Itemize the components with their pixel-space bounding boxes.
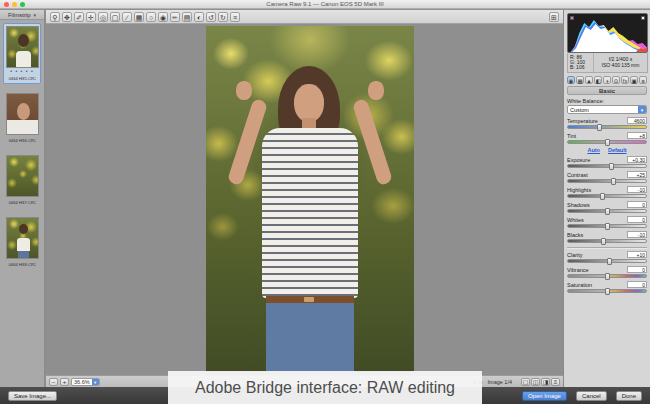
slider-thumb[interactable] bbox=[605, 223, 610, 230]
targeted-adjustment-tool-icon[interactable]: ◎ bbox=[98, 12, 108, 22]
slider-thumb[interactable] bbox=[605, 139, 610, 146]
filmstrip-thumbnail[interactable]: 0464 H38.CR2 bbox=[3, 214, 41, 270]
slider-value-field[interactable]: +0.30 bbox=[627, 156, 647, 163]
adjustment-brush-tool-icon[interactable]: ✏ bbox=[170, 12, 180, 22]
white-balance-tool-icon[interactable]: ✐ bbox=[74, 12, 84, 22]
preview-toggle-icon-4[interactable]: ≡ bbox=[551, 378, 560, 386]
slider-thumb[interactable] bbox=[605, 273, 610, 280]
filmstrip-thumbnail[interactable]: 0464 H37.CR2 bbox=[3, 152, 41, 208]
preview-toggles: ▢◫◨≡ bbox=[521, 378, 560, 386]
crop-tool-icon[interactable]: ▢ bbox=[110, 12, 120, 22]
zoom-in-button[interactable]: + bbox=[60, 378, 69, 386]
graduated-filter-tool-icon[interactable]: ▤ bbox=[182, 12, 192, 22]
fullscreen-toggle-icon[interactable]: ⊞ bbox=[549, 12, 559, 22]
rgb-b-value: B: 106 bbox=[570, 65, 591, 70]
slider-blacks: Blacks-10 bbox=[567, 231, 647, 243]
slider-track[interactable] bbox=[567, 239, 647, 243]
zoom-level-value: 36.6% bbox=[72, 379, 92, 385]
filmstrip-header[interactable]: Filmstrip ▾ bbox=[0, 10, 44, 20]
preview-toggle-icon-1[interactable]: ▢ bbox=[521, 378, 530, 386]
slider-value-field[interactable]: 4600 bbox=[627, 117, 647, 124]
slider-thumb[interactable] bbox=[605, 288, 610, 295]
filmstrip-thumbnail[interactable]: • • • • •0464 H35.CR2 bbox=[3, 23, 41, 84]
slider-track[interactable] bbox=[567, 164, 647, 168]
slider-track[interactable] bbox=[567, 125, 647, 129]
tab-split-toning[interactable]: ◑ bbox=[603, 76, 611, 84]
white-balance-value: Custom bbox=[568, 107, 638, 113]
color-sampler-tool-icon[interactable]: ✛ bbox=[86, 12, 96, 22]
filmstrip-thumbnail[interactable]: 0464 H36.CR2 bbox=[3, 90, 41, 146]
slider-value-field[interactable]: +10 bbox=[627, 251, 647, 258]
action-buttons: Open Image Cancel Done bbox=[522, 391, 642, 401]
tone-sliders: Exposure+0.30Contrast+25Highlights-10Sha… bbox=[567, 156, 647, 243]
preview-toggle-icon-3[interactable]: ◨ bbox=[541, 378, 550, 386]
slider-thumb[interactable] bbox=[607, 258, 612, 265]
presence-sliders: Clarity+10Vibrance0Saturation0 bbox=[567, 251, 647, 293]
straighten-tool-icon[interactable]: ∕ bbox=[122, 12, 132, 22]
done-button[interactable]: Done bbox=[616, 391, 642, 401]
shadow-clipping-indicator-icon[interactable] bbox=[570, 16, 574, 20]
rotate-left-tool-icon[interactable]: ↺ bbox=[206, 12, 216, 22]
thumbnail-rating[interactable]: • • • • • bbox=[6, 69, 38, 73]
filmstrip-menu-icon[interactable]: ▾ bbox=[34, 12, 37, 18]
slider-thumb[interactable] bbox=[611, 178, 616, 185]
photo-face bbox=[294, 84, 324, 122]
slider-track[interactable] bbox=[567, 259, 647, 263]
tab-detail[interactable]: ▲ bbox=[585, 76, 593, 84]
histogram-graph bbox=[568, 14, 648, 53]
slider-track[interactable] bbox=[567, 274, 647, 278]
zoom-out-button[interactable]: – bbox=[49, 378, 58, 386]
slider-value-field[interactable]: +8 bbox=[627, 132, 647, 139]
transform-tool-icon[interactable]: ▦ bbox=[134, 12, 144, 22]
slider-value-field[interactable]: +25 bbox=[627, 171, 647, 178]
auto-link[interactable]: Auto bbox=[587, 147, 600, 153]
slider-thumb[interactable] bbox=[601, 238, 606, 245]
default-link[interactable]: Default bbox=[608, 147, 627, 153]
slider-value-field[interactable]: 0 bbox=[627, 281, 647, 288]
preview-toggle-icon-2[interactable]: ◫ bbox=[531, 378, 540, 386]
slider-value-field[interactable]: 0 bbox=[627, 216, 647, 223]
slider-value-field[interactable]: 0 bbox=[627, 266, 647, 273]
slider-track[interactable] bbox=[567, 179, 647, 183]
highlight-clipping-indicator-icon[interactable] bbox=[641, 16, 645, 20]
hand-tool-icon[interactable]: ✥ bbox=[62, 12, 72, 22]
rotate-right-tool-icon[interactable]: ↻ bbox=[218, 12, 228, 22]
red-eye-tool-icon[interactable]: ◉ bbox=[158, 12, 168, 22]
slider-value-field[interactable]: -10 bbox=[627, 186, 647, 193]
slider-track[interactable] bbox=[567, 194, 647, 198]
radial-filter-tool-icon[interactable]: ◐ bbox=[194, 12, 204, 22]
slider-contrast: Contrast+25 bbox=[567, 171, 647, 183]
adjustments-panel: R: 86 G: 100 B: 106 f/2 1/400 s ISO 400 … bbox=[563, 10, 650, 387]
cancel-button[interactable]: Cancel bbox=[576, 391, 607, 401]
thumbnail-image bbox=[6, 26, 39, 68]
open-image-button[interactable]: Open Image bbox=[522, 391, 567, 401]
slider-thumb[interactable] bbox=[597, 124, 602, 131]
spot-removal-tool-icon[interactable]: ○ bbox=[146, 12, 156, 22]
slider-track[interactable] bbox=[567, 289, 647, 293]
tab-hsl-grayscale[interactable]: ◧ bbox=[594, 76, 602, 84]
toolbar-tools: ⚲✥✐✛◎▢∕▦○◉✏▤◐↺↻≡ bbox=[50, 12, 240, 22]
save-image-button[interactable]: Save Image... bbox=[8, 391, 57, 401]
slider-thumb[interactable] bbox=[600, 193, 605, 200]
slider-track[interactable] bbox=[567, 224, 647, 228]
photo-striped-shirt bbox=[262, 128, 358, 298]
photo-preview[interactable] bbox=[206, 26, 414, 372]
histogram-readout: R: 86 G: 100 B: 106 f/2 1/400 s ISO 400 … bbox=[567, 53, 648, 73]
tab-basic[interactable]: ◉ bbox=[567, 76, 575, 84]
slider-value-field[interactable]: 0 bbox=[627, 201, 647, 208]
white-balance-select[interactable]: Custom ▾ bbox=[567, 105, 647, 114]
slider-value-field[interactable]: -10 bbox=[627, 231, 647, 238]
filmstrip-title: Filmstrip bbox=[8, 12, 31, 18]
slider-track[interactable] bbox=[567, 209, 647, 213]
tab-camera-calibration[interactable]: ▣ bbox=[630, 76, 638, 84]
preferences-tool-icon[interactable]: ≡ bbox=[230, 12, 240, 22]
tab-lens-corrections[interactable]: ⊙ bbox=[612, 76, 620, 84]
slider-track[interactable] bbox=[567, 140, 647, 144]
zoom-tool-icon[interactable]: ⚲ bbox=[50, 12, 60, 22]
slider-thumb[interactable] bbox=[605, 208, 610, 215]
zoom-level-select[interactable]: 36.6% ▾ bbox=[71, 378, 100, 386]
tab-effects[interactable]: fx bbox=[621, 76, 629, 84]
tab-presets[interactable]: ≡ bbox=[639, 76, 647, 84]
tab-tone-curve[interactable]: ▦ bbox=[576, 76, 584, 84]
slider-thumb[interactable] bbox=[609, 163, 614, 170]
